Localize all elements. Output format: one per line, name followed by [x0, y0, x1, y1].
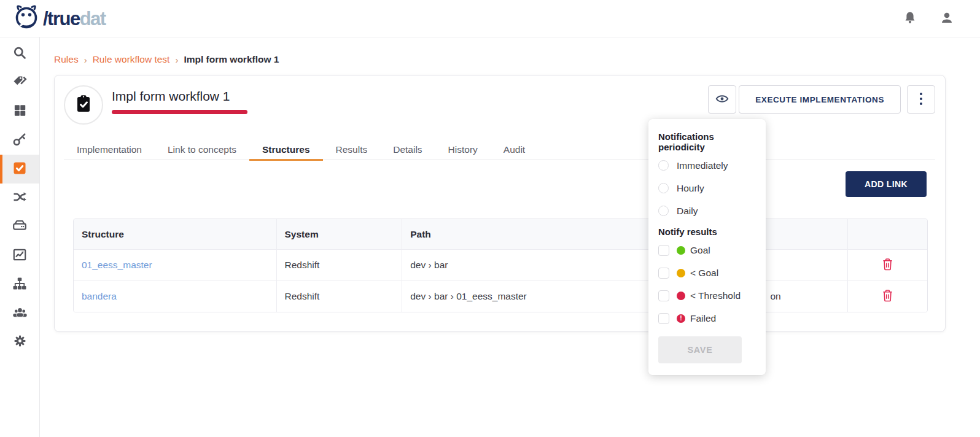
periodicity-option-daily[interactable]: Daily [658, 199, 756, 222]
implementation-avatar [64, 85, 103, 125]
execute-implementations-button[interactable]: EXECUTE IMPLEMENTATIONS [739, 85, 901, 114]
sidebar-item-glossary[interactable] [0, 68, 39, 97]
users-icon [12, 305, 28, 322]
column-header-system: System [276, 219, 402, 249]
notify-results-title: Notify results [658, 226, 756, 237]
header-actions: EXECUTE IMPLEMENTATIONS [708, 85, 935, 114]
shuffle-icon [12, 190, 27, 207]
structure-link[interactable]: 01_eess_master [82, 260, 152, 271]
tab-history[interactable]: History [435, 139, 491, 160]
checkbox-below-threshold[interactable] [658, 290, 669, 301]
goal-status-dot [677, 246, 685, 255]
implementation-card: Impl form workflow 1 EXECUTE IMPLEMENTAT… [54, 75, 946, 332]
result-option-below-threshold[interactable]: < Threshold [658, 284, 756, 307]
main-content: Rules › Rule workflow test › Impl form w… [40, 37, 980, 437]
table-header-row: Structure System Path [74, 219, 927, 249]
tab-implementation[interactable]: Implementation [64, 139, 155, 160]
checkbox-failed[interactable] [658, 313, 669, 324]
status-underline [112, 110, 247, 114]
trash-icon [882, 289, 893, 304]
delete-link-button[interactable] [882, 258, 893, 273]
page-title: Impl form workflow 1 [112, 89, 247, 104]
result-option-failed[interactable]: ! Failed [658, 307, 756, 330]
failed-exclamation-icon: ! [677, 314, 685, 323]
check-square-icon [12, 161, 27, 178]
system-cell: Redshift [285, 260, 320, 271]
periodicity-option-hourly[interactable]: Hourly [658, 177, 756, 199]
sidebar-item-search[interactable] [0, 39, 39, 68]
sidebar-item-quality[interactable] [0, 155, 39, 184]
sidebar-item-insights[interactable] [0, 241, 39, 270]
breadcrumb-rule-workflow-test[interactable]: Rule workflow test [93, 54, 170, 65]
eye-icon [715, 92, 729, 107]
sidebar-item-systems[interactable] [0, 212, 39, 241]
breadcrumb-separator: › [175, 55, 178, 65]
tab-structures[interactable]: Structures [249, 139, 323, 160]
save-button[interactable]: SAVE [658, 336, 742, 363]
checkbox-goal[interactable] [658, 245, 669, 256]
sidebar [0, 37, 40, 437]
chart-line-icon [12, 247, 27, 265]
column-header-extra [765, 219, 847, 249]
more-options-button[interactable] [907, 85, 935, 114]
structure-link[interactable]: bandera [82, 291, 117, 302]
trash-icon [882, 258, 893, 273]
tab-audit[interactable]: Audit [491, 139, 538, 160]
sitemap-icon [12, 276, 27, 293]
search-icon [12, 45, 27, 63]
radio-daily[interactable] [658, 206, 669, 216]
sidebar-item-dashboard[interactable] [0, 97, 39, 126]
sidebar-item-lineage[interactable] [0, 184, 39, 212]
user-profile-button[interactable] [939, 10, 954, 27]
path-cell: dev › bar [410, 260, 448, 271]
radio-immediately[interactable] [658, 160, 669, 171]
breadcrumb: Rules › Rule workflow test › Impl form w… [54, 54, 279, 65]
below-threshold-status-dot [677, 292, 685, 300]
result-option-below-goal[interactable]: < Goal [658, 261, 756, 284]
key-icon [12, 132, 27, 149]
periodicity-option-immediately[interactable]: Immediately [658, 154, 756, 177]
kebab-menu-icon [919, 92, 923, 107]
tab-details[interactable]: Details [380, 139, 435, 160]
owl-logo-icon [12, 4, 41, 33]
sidebar-item-groups[interactable] [0, 299, 39, 328]
tab-link-to-concepts[interactable]: Link to concepts [155, 139, 249, 160]
structures-table: Structure System Path 01_eess_master Red… [73, 218, 928, 312]
path-cell: dev › bar › 01_eess_master [410, 291, 527, 302]
result-option-goal[interactable]: Goal [658, 239, 756, 261]
extra-cell: on [770, 291, 780, 302]
table-row: 01_eess_master Redshift dev › bar [74, 249, 927, 280]
user-icon [939, 10, 954, 27]
brand-name: /truedat [43, 9, 106, 28]
sidebar-item-hierarchy[interactable] [0, 270, 39, 299]
sidebar-item-settings[interactable] [0, 328, 39, 357]
below-goal-status-dot [677, 269, 685, 277]
add-link-button[interactable]: ADD LINK [846, 171, 927, 197]
checkbox-below-goal[interactable] [658, 268, 669, 279]
notifications-popup: Notifications periodicity Immediately Ho… [648, 119, 766, 375]
delete-link-button[interactable] [882, 289, 893, 304]
radio-hourly[interactable] [658, 183, 669, 193]
system-cell: Redshift [285, 291, 320, 302]
truedat-logo[interactable]: /truedat [12, 4, 106, 33]
top-header: /truedat [0, 0, 980, 37]
breadcrumb-rules[interactable]: Rules [54, 54, 79, 65]
breadcrumb-current: Impl form workflow 1 [184, 54, 279, 65]
hard-drive-icon [12, 218, 27, 236]
column-header-structure: Structure [74, 219, 276, 249]
table-row: bandera Redshift dev › bar › 01_eess_mas… [74, 280, 927, 312]
gear-icon [13, 334, 27, 350]
notifications-bell-button[interactable] [903, 10, 917, 27]
clipboard-check-icon [74, 94, 93, 116]
bell-icon [903, 10, 917, 27]
tab-results[interactable]: Results [323, 139, 381, 160]
tags-icon [12, 74, 27, 91]
column-header-actions [847, 219, 927, 249]
periodicity-title: Notifications periodicity [658, 131, 756, 152]
breadcrumb-separator: › [84, 55, 87, 65]
tab-bar: Implementation Link to concepts Structur… [64, 139, 935, 160]
subscribe-eye-button[interactable] [708, 85, 736, 114]
sidebar-item-access[interactable] [0, 126, 39, 155]
grid-icon [13, 103, 27, 120]
